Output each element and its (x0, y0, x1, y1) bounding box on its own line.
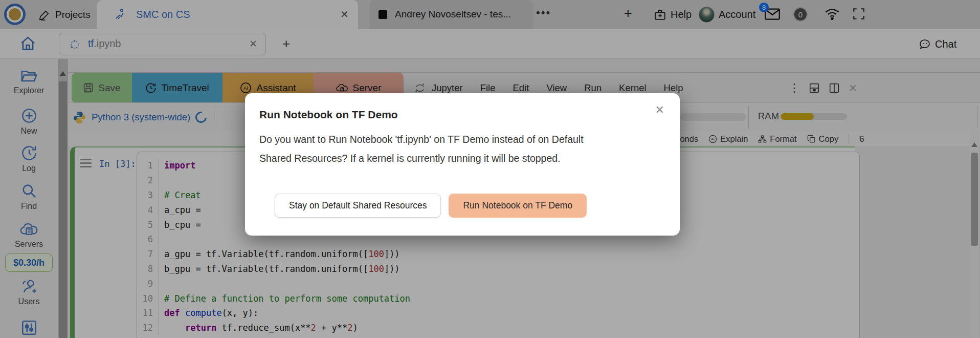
run-on-tf-demo-button[interactable]: Run Notebook on TF Demo (449, 194, 587, 218)
cocalc-app: Projects SMC on CS ✕ Andrey Novoseltsev … (0, 0, 980, 338)
run-notebook-dialog: Run Notebook on TF Demo ✕ Do you want to… (245, 93, 680, 236)
dialog-buttons: Stay on Default Shared Resources Run Not… (275, 194, 587, 218)
dialog-body-line1: Do you want to Run Notebook 'tf.ipynb' o… (259, 134, 584, 145)
dialog-title: Run Notebook on TF Demo (259, 109, 398, 121)
dialog-body: Do you want to Run Notebook 'tf.ipynb' o… (259, 130, 666, 168)
dialog-body-line2: Shared Resources? If a kernel is current… (259, 153, 561, 164)
stay-on-default-button[interactable]: Stay on Default Shared Resources (275, 194, 441, 218)
dialog-close-icon[interactable]: ✕ (655, 103, 664, 117)
